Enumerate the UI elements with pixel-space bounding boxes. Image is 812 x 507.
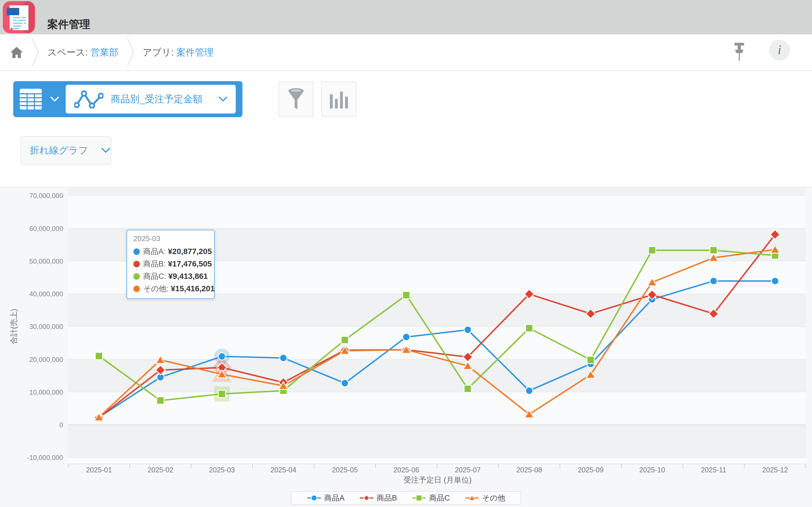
x-tick-label: 2025-07 xyxy=(455,466,481,474)
pin-button[interactable] xyxy=(732,43,746,61)
grid-band xyxy=(68,425,806,457)
legend-item[interactable]: 商品B xyxy=(359,493,397,503)
data-point[interactable] xyxy=(280,354,287,362)
legend-item[interactable]: 商品C xyxy=(412,493,450,503)
tooltip-series-value: ¥9,413,861 xyxy=(168,272,208,281)
home-icon xyxy=(10,46,23,59)
x-tick-label: 2025-02 xyxy=(147,466,173,474)
kintone-app-screen: 案件管理 スペース: 営業部 アプリ: 案件管理 xyxy=(0,0,812,507)
chart-type-dropdown[interactable]: 折れ線グラフ xyxy=(20,136,111,165)
data-point[interactable] xyxy=(157,397,164,404)
series-color-dot xyxy=(133,273,140,280)
data-point[interactable] xyxy=(218,390,225,398)
y-tick-label: 60,000,000 xyxy=(29,225,63,232)
app-link[interactable]: 案件管理 xyxy=(176,47,213,57)
graph-selector[interactable]: 商品別_受注予定金額 xyxy=(66,85,236,114)
chart-type-label: 折れ線グラフ xyxy=(30,144,88,157)
x-axis-title: 受注予定日 (月単位) xyxy=(403,476,471,484)
tooltip-series-label: 商品A: xyxy=(143,246,166,257)
legend-label: 商品B xyxy=(377,493,397,503)
data-point[interactable] xyxy=(464,385,471,392)
tooltip-series-label: その他: xyxy=(143,284,168,294)
info-button[interactable]: i xyxy=(769,40,790,61)
tooltip-date: 2025-03 xyxy=(133,234,208,243)
tooltip-series-value: ¥15,416,201 xyxy=(171,284,215,293)
tooltip-row: 商品B:¥17,476,505 xyxy=(133,258,208,270)
data-point[interactable] xyxy=(525,325,533,332)
breadcrumb: スペース: 営業部 アプリ: 案件管理 i xyxy=(0,34,812,71)
y-tick-label: 40,000,000 xyxy=(29,290,63,298)
tooltip-series-label: 商品C: xyxy=(143,271,166,281)
x-tick-label: 2025-12 xyxy=(762,466,788,474)
y-tick-label: 10,000,000 xyxy=(29,388,63,396)
app-icon[interactable] xyxy=(3,1,35,33)
tooltip-row: その他:¥15,416,201 xyxy=(133,283,208,295)
data-point[interactable] xyxy=(525,387,533,394)
legend-marker-icon xyxy=(307,494,321,502)
space-label: スペース: xyxy=(47,47,88,57)
info-icon: i xyxy=(778,43,781,57)
x-tick-label: 2025-06 xyxy=(393,466,419,474)
legend-item[interactable]: 商品A xyxy=(307,493,345,503)
chevron-down-icon xyxy=(101,148,110,153)
data-point[interactable] xyxy=(341,379,349,387)
data-point[interactable] xyxy=(649,246,656,254)
tooltip-series-value: ¥20,877,205 xyxy=(168,247,212,256)
grid-band xyxy=(68,187,806,195)
legend-marker-icon xyxy=(412,494,426,502)
chevron-down-icon xyxy=(219,97,227,102)
chart-legend: 商品A商品B商品Cその他 xyxy=(291,491,521,505)
data-point[interactable] xyxy=(218,353,225,360)
chart-switch-button[interactable] xyxy=(321,82,356,117)
tooltip-series-label: 商品B: xyxy=(143,259,166,269)
toolbar: 商品別_受注予定金額 xyxy=(0,71,812,131)
tooltip-row: 商品A:¥20,877,205 xyxy=(133,245,208,258)
breadcrumb-separator xyxy=(32,38,39,67)
breadcrumb-space: スペース: 営業部 xyxy=(47,46,118,59)
graph-name: 商品別_受注予定金額 xyxy=(111,93,202,106)
x-tick-label: 2025-08 xyxy=(516,466,542,474)
table-view-icon xyxy=(19,87,43,111)
y-tick-label: -10,000,000 xyxy=(27,454,63,461)
chart-tooltip: 2025-03 商品A:¥20,877,205商品B:¥17,476,505商品… xyxy=(126,230,215,299)
x-tick-label: 2025-04 xyxy=(270,466,296,474)
tooltip-series-value: ¥17,476,505 xyxy=(168,260,212,269)
data-point[interactable] xyxy=(341,336,349,344)
space-link[interactable]: 営業部 xyxy=(91,47,118,57)
x-tick-label: 2025-10 xyxy=(639,466,665,474)
x-tick-label: 2025-09 xyxy=(578,466,604,474)
series-color-dot xyxy=(133,286,140,292)
chart-area: 70,000,00060,000,00050,000,00040,000,000… xyxy=(0,187,812,507)
series-color-dot xyxy=(133,261,140,267)
home-button[interactable] xyxy=(10,46,23,59)
legend-label: 商品C xyxy=(429,493,450,503)
data-point[interactable] xyxy=(403,333,410,341)
breadcrumb-app: アプリ: 案件管理 xyxy=(143,46,214,59)
data-point[interactable] xyxy=(710,277,717,285)
legend-label: その他 xyxy=(482,493,505,503)
legend-label: 商品A xyxy=(324,493,345,503)
legend-marker-icon xyxy=(465,494,479,502)
y-tick-label: 70,000,000 xyxy=(29,192,63,200)
y-axis-title: 合計(売上) xyxy=(10,309,18,344)
grid-band xyxy=(68,457,806,464)
y-tick-label: 0 xyxy=(59,421,63,429)
grid-band xyxy=(68,195,806,228)
line-chart-canvas[interactable]: 70,000,00060,000,00050,000,00040,000,000… xyxy=(0,187,812,507)
filter-button[interactable] xyxy=(278,82,313,117)
data-point[interactable] xyxy=(587,356,594,363)
y-tick-label: 20,000,000 xyxy=(29,356,63,363)
series-color-dot xyxy=(133,248,140,255)
data-point[interactable] xyxy=(403,291,410,299)
app-label: アプリ: xyxy=(143,47,174,57)
x-tick-label: 2025-11 xyxy=(701,466,726,474)
bar-chart-icon xyxy=(329,89,349,109)
data-point[interactable] xyxy=(464,326,471,334)
pin-icon xyxy=(732,43,746,61)
y-tick-label: 50,000,000 xyxy=(29,258,63,265)
view-selector[interactable]: 商品別_受注予定金額 xyxy=(13,81,243,117)
subtoolbar: 折れ線グラフ xyxy=(0,131,812,187)
legend-item[interactable]: その他 xyxy=(465,493,505,503)
data-point[interactable] xyxy=(771,277,779,285)
data-point[interactable] xyxy=(95,352,103,360)
